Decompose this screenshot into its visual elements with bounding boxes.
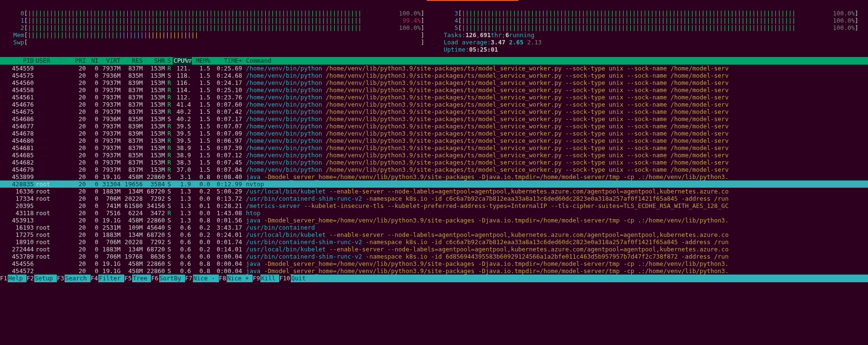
cpu-meter-1: 1 [ ||||||||||||||||||||||||||||||||||||… [10,17,424,24]
table-row[interactable]: 4546792007937M837M153MR37.01.50:07.04/ho… [0,166,868,173]
cpu-meter-0: 0 [ ||||||||||||||||||||||||||||||||||||… [10,10,424,17]
meters-right: 3 [ ||||||||||||||||||||||||||||||||||||… [444,10,858,53]
mem-meter: Mem [ ||||||||||||||||||||||||||||||||||… [10,31,424,39]
col-ni[interactable]: NI [87,57,99,65]
function-key-bar: F1HelpF2SetupF3SearchF4FilterF5TreeF6Sor… [0,275,868,282]
cpu-2-pct: 100.0% [399,24,420,31]
mem-bar-green: ||||||||||||||||||||||||| [28,31,119,39]
table-row[interactable]: 4546802007937M837M153MR39.51.50:06.97/ho… [0,137,868,144]
fkey-F10: F10 [279,275,291,282]
cpu-3-pct: 100.0% [833,10,854,17]
table-row[interactable]: 272444root2001883M134M68720S0.60.20:14.0… [0,246,868,253]
fkey-F8-label[interactable]: Nice + [227,275,253,282]
load-line: Load average: 3.47 2.65 2.13 [444,39,858,46]
table-row[interactable]: 4546862007936M835M153MS40.21.50:07.17/ho… [0,115,868,123]
fkey-F7: F7 [185,275,193,282]
fkey-F5-label[interactable]: Tree [132,275,151,282]
cpu-meter-3: 3 [ ||||||||||||||||||||||||||||||||||||… [444,10,858,17]
fkey-F6: F6 [151,275,159,282]
cpu-0-pct: 100.0% [399,10,420,17]
table-row[interactable]: 453789root200706M197688636S0.60.00:00.04… [0,253,868,260]
fkey-F9-label[interactable]: Kill [260,275,279,282]
col-cmd[interactable]: Command [243,57,868,65]
col-user[interactable]: USER [35,57,71,65]
fkey-F1: F1 [0,275,8,282]
table-row[interactable]: 45457220019.1G458M22860S0.60.80:00.04jav… [0,267,868,275]
table-row[interactable]: 4546752007937M837M153MR40.21.50:07.42/ho… [0,108,868,115]
cpu-meter-2: 2 [ ||||||||||||||||||||||||||||||||||||… [10,24,424,31]
fkey-F8: F8 [219,275,227,282]
fkey-F4-label[interactable]: Filter [98,275,124,282]
fkey-F2: F2 [27,275,34,282]
mem-bar-yellow: |||||||||||||| [148,31,198,39]
table-row[interactable]: 4546852007937M835M153MR38.91.50:07.12/ho… [0,152,868,159]
cpu-4-pct: 100.0% [833,17,854,24]
table-row[interactable]: 4545602007937M839M153MR116.1.50:24.17/ho… [0,79,868,86]
table-row[interactable]: 17334root200706M202287292S1.30.00:13.72/… [0,195,868,202]
cpu-meter-5: 5 [ ||||||||||||||||||||||||||||||||||||… [444,24,858,31]
fkey-F1-label[interactable]: Help [8,275,27,282]
tasks-line: Tasks: 126, 691 thr; 6 running [444,31,858,39]
col-shr[interactable]: SHR [144,57,166,65]
cpu-5-pct: 100.0% [833,24,854,31]
table-row[interactable]: 4545592007937M837M153MR121.1.50:25.69/ho… [0,65,868,72]
table-row[interactable]: 4546782007937M839M153MR39.51.50:07.09/ho… [0,130,868,137]
col-virt[interactable]: VIRT [99,57,122,65]
process-table-header[interactable]: PID USER PRI NI VIRT RES SHR S CPU%▽ MEM… [0,57,868,65]
window-active-indicator [427,0,518,1]
table-row[interactable]: 4546822007937M837M153MR38.31.50:07.45/ho… [0,159,868,166]
col-cpu[interactable]: CPU%▽ [173,57,192,65]
cpu-meter-4: 4 [ ||||||||||||||||||||||||||||||||||||… [444,17,858,24]
mem-bar-blue: |||||||| [119,31,148,39]
fkey-F2-label[interactable]: Setup [34,275,57,282]
meters-area: 0 [ ||||||||||||||||||||||||||||||||||||… [0,0,868,57]
col-pid[interactable]: PID [9,57,35,65]
fkey-F7-label[interactable]: Nice - [193,275,219,282]
cpu-1-pct: 99.4% [403,17,421,24]
table-row[interactable]: 4545612007937M837M153MR112.1.50:23.76/ho… [0,94,868,101]
table-row[interactable]: 4546762007937M837M153MR41.41.50:07.60/ho… [0,101,868,108]
table-row[interactable]: 18910root200706M202287292S0.60.00:01.74/… [0,238,868,246]
col-pri[interactable]: PRI [71,57,87,65]
meters-left: 0 [ ||||||||||||||||||||||||||||||||||||… [10,10,424,53]
table-row[interactable]: 4545752007936M835M153MS118.1.50:24.68/ho… [0,72,868,79]
col-time[interactable]: TIME+ [211,57,243,65]
fkey-F6-label[interactable]: SortBy [159,275,185,282]
fkey-F9: F9 [253,275,260,282]
table-row[interactable]: 16336root2001883M134M68720S1.30.25:00.29… [0,188,868,195]
table-row[interactable]: 45389920019.1G458M22860S3.10.80:08.40jav… [0,173,868,180]
uptime-line: Uptime: 05:25:01 [444,46,858,53]
table-row[interactable]: 45391320019.1G458M22860S1.30.80:01.56jav… [0,217,868,224]
table-row[interactable]: 20395200741M6158034156S1.30.10:28.21/met… [0,202,868,209]
process-list[interactable]: 4545592007937M837M153MR121.1.50:25.69/ho… [0,65,868,275]
col-mem[interactable]: MEM% [192,57,211,65]
fkey-F4: F4 [91,275,98,282]
fkey-F10-label[interactable]: Quit [291,275,310,282]
fkey-F3: F3 [57,275,65,282]
table-row[interactable]: 45455620019.1G458M22860S0.60.80:00.04jav… [0,260,868,267]
col-res[interactable]: RES [122,57,144,65]
table-row[interactable]: 4546812007937M837M153MR38.91.50:07.39/ho… [0,144,868,152]
table-row[interactable]: 428835root20031304196563584S1.90.00:12.9… [0,180,868,188]
fkey-F5: F5 [124,275,132,282]
swp-meter: Swp [ ] [10,39,424,46]
table-row[interactable]: 4546772007937M839M153MR39.51.50:07.07/ho… [0,123,868,130]
table-row[interactable]: 4545582007937M837M153MR114.1.50:25.10/ho… [0,86,868,94]
col-s[interactable]: S [166,57,173,65]
table-row[interactable]: 16193root2002531M109M45640S0.60.23:43.17… [0,224,868,231]
fkey-F3-label[interactable]: Search [65,275,91,282]
table-row[interactable]: 43118root200751662243472R1.30.01:43.08ht… [0,209,868,217]
table-row[interactable]: 17275root2001883M134M68720S0.60.20:24.01… [0,231,868,238]
